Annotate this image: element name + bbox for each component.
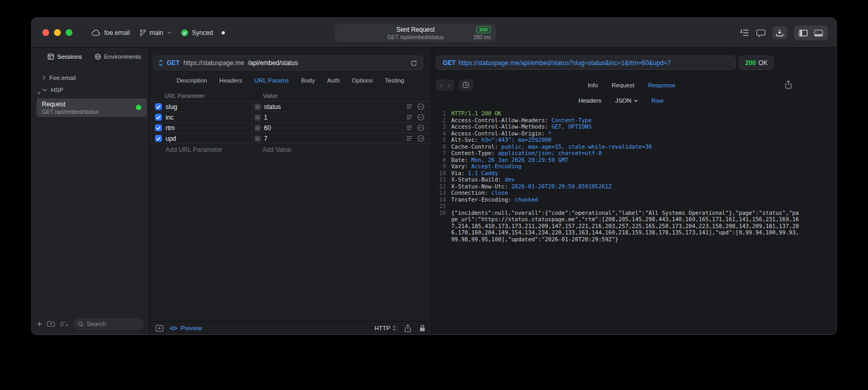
tab-sessions-label: Sessions xyxy=(57,53,82,60)
tab-testing[interactable]: Testing xyxy=(385,77,404,84)
remove-row-icon[interactable] xyxy=(417,124,424,131)
toggle-sidebar-icon[interactable] xyxy=(796,30,811,37)
lock-icon[interactable] xyxy=(419,324,425,332)
subtab-headers-label: Headers xyxy=(578,97,601,104)
tree-item-label: Foe.email xyxy=(49,75,76,81)
search-input[interactable]: Search xyxy=(73,318,144,330)
collapse-panel-icon[interactable] xyxy=(156,325,163,332)
search-placeholder: Search xyxy=(87,321,106,327)
response-raw-view[interactable]: 1HTTP/1.1 200 OK 2Access-Control-Allow-H… xyxy=(432,110,836,242)
param-checkbox[interactable] xyxy=(155,135,162,142)
layout-toggle-group xyxy=(794,25,828,40)
sync-status[interactable]: Synced xyxy=(181,29,213,37)
remove-row-icon[interactable] xyxy=(417,135,424,142)
comments-icon[interactable] xyxy=(756,29,765,37)
request-url-host[interactable]: https://statuspage.me xyxy=(184,59,244,67)
response-nav-row: ‹ › Info Request Response xyxy=(432,79,836,91)
column-url-parameter: URL Parameter xyxy=(149,93,252,99)
sort-filter-button[interactable] xyxy=(60,321,68,327)
param-value[interactable]: 60 xyxy=(264,124,271,132)
requests-list-icon[interactable] xyxy=(740,29,750,37)
tab-options[interactable]: Options xyxy=(352,77,373,84)
sent-request-title: Sent Request xyxy=(396,26,435,33)
add-param-row: Add URL Parameter Add Value xyxy=(149,144,432,156)
toggle-bottom-panel-icon[interactable] xyxy=(811,30,826,37)
forward-button[interactable]: › xyxy=(448,81,451,89)
project-switcher[interactable]: foe.email xyxy=(92,29,130,37)
code-line: 1HTTP/1.1 200 OK xyxy=(437,110,799,117)
tab-headers[interactable]: Headers xyxy=(219,77,242,84)
table-header: URL Parameter Value xyxy=(149,90,432,102)
row-options-icon[interactable] xyxy=(406,136,413,141)
param-value[interactable]: 7 xyxy=(264,135,268,142)
branch-switcher[interactable]: main xyxy=(140,29,171,37)
tab-info[interactable]: Info xyxy=(588,82,598,88)
row-options-icon[interactable] xyxy=(406,104,413,109)
add-request-button[interactable] xyxy=(36,321,42,327)
code-line: 7Content-Type:application/json; charset=… xyxy=(437,150,799,157)
code-line: 11X-Status-Build:dev xyxy=(437,176,799,183)
zoom-button[interactable] xyxy=(66,29,72,36)
chevron-down-icon xyxy=(167,31,171,34)
method-stepper-icon xyxy=(159,60,163,66)
equals-box-icon: = xyxy=(254,114,261,121)
add-value-button[interactable]: Add Value xyxy=(252,146,291,153)
tab-url-params[interactable]: URL Params xyxy=(254,77,289,84)
sent-request-url[interactable]: GET https://statuspage.me/api/embed/stat… xyxy=(436,56,736,70)
request-url-bar[interactable]: GET https://statuspage.me /api/embed/sta… xyxy=(153,56,423,70)
row-options-icon[interactable] xyxy=(406,125,413,130)
tab-environments[interactable]: Environments xyxy=(95,53,141,60)
tree-item-hsp[interactable]: HSP xyxy=(32,84,149,96)
new-folder-button[interactable] xyxy=(47,321,55,327)
close-button[interactable] xyxy=(42,29,49,36)
sidebar: Sessions Environments + − Fo xyxy=(32,48,149,334)
remove-row-icon[interactable] xyxy=(417,114,424,121)
param-checkbox[interactable] xyxy=(155,103,162,110)
url-params-table: URL Parameter Value slug = status xyxy=(149,90,432,156)
tab-request[interactable]: Request xyxy=(611,82,634,88)
preview-button[interactable]: </> Preview xyxy=(170,325,202,331)
code-line: 5Alt-Svc:h3=":443"; ma=2592000 xyxy=(437,137,799,143)
history-button[interactable] xyxy=(458,79,473,91)
request-list-item-selected[interactable]: Request GET /api/embed/status xyxy=(36,98,147,117)
code-line: 10Via:1.1 Caddy xyxy=(437,170,799,177)
reload-icon[interactable] xyxy=(410,60,417,67)
equals-box-icon: = xyxy=(254,125,261,131)
request-method[interactable]: GET xyxy=(167,59,180,67)
titlebar-toolbar xyxy=(740,25,828,40)
synced-check-icon xyxy=(181,29,188,37)
back-button[interactable]: ‹ xyxy=(440,81,443,89)
code-line: 3Access-Control-Allow-Methods:GET, OPTIO… xyxy=(437,123,799,130)
titlebar: foe.email main Synced Sent Request GET /… xyxy=(32,18,836,48)
row-options-icon[interactable] xyxy=(406,115,413,120)
param-name[interactable]: upd xyxy=(166,135,252,142)
subtab-headers[interactable]: Headers xyxy=(578,97,601,104)
add-url-parameter-button[interactable]: Add URL Parameter xyxy=(166,146,252,153)
tab-description[interactable]: Description xyxy=(177,77,207,84)
subtab-raw[interactable]: Raw xyxy=(652,97,664,104)
share-icon[interactable] xyxy=(405,324,411,332)
table-row: upd = 7 xyxy=(149,133,432,144)
history-nav: ‹ › xyxy=(436,79,454,91)
param-name[interactable]: rtm xyxy=(166,124,252,132)
response-pane: GET https://statuspage.me/api/embed/stat… xyxy=(432,48,836,334)
tab-response[interactable]: Response xyxy=(648,82,675,88)
minimize-button[interactable] xyxy=(54,29,61,36)
param-value[interactable]: 1 xyxy=(264,114,268,121)
param-checkbox[interactable] xyxy=(155,114,162,121)
http-version-select[interactable]: HTTP xyxy=(374,325,396,331)
tab-body[interactable]: Body xyxy=(301,77,315,84)
import-tray-button[interactable] xyxy=(772,26,787,39)
sent-request-pill[interactable]: Sent Request GET /api/embed/status 200 2… xyxy=(335,24,496,42)
tab-sessions[interactable]: Sessions xyxy=(48,53,82,60)
param-value[interactable]: status xyxy=(264,103,281,111)
tab-auth[interactable]: Auth xyxy=(327,77,340,84)
param-name[interactable]: slug xyxy=(166,103,252,111)
param-name[interactable]: inc xyxy=(166,114,252,121)
subtab-json[interactable]: JSON xyxy=(615,97,638,104)
export-icon[interactable] xyxy=(785,80,792,89)
request-url-path[interactable]: /api/embed/status xyxy=(248,59,298,67)
request-item-subtitle: GET /api/embed/status xyxy=(42,108,147,115)
param-checkbox[interactable] xyxy=(155,124,162,131)
tree-item-foe-email[interactable]: Foe.email xyxy=(32,71,149,84)
